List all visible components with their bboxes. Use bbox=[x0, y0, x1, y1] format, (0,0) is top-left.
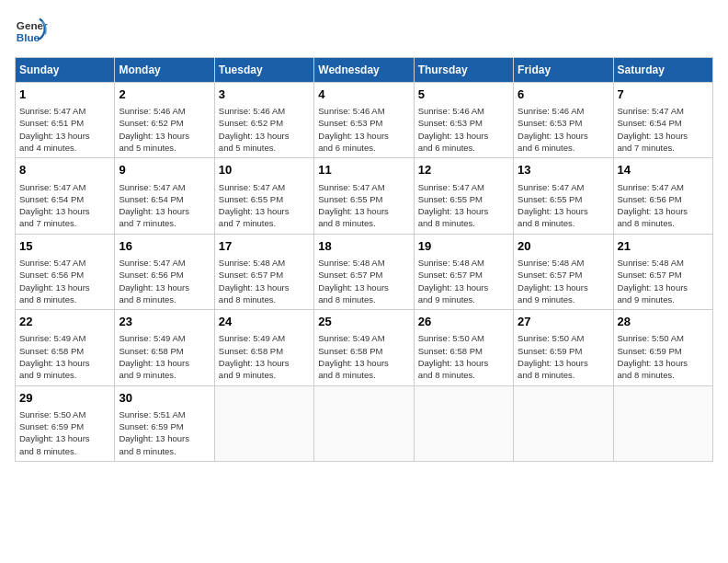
day-cell: 28Sunrise: 5:50 AM Sunset: 6:59 PM Dayli… bbox=[613, 310, 712, 385]
day-info: Sunrise: 5:47 AM Sunset: 6:56 PM Dayligh… bbox=[618, 181, 709, 230]
day-cell: 6Sunrise: 5:46 AM Sunset: 6:53 PM Daylig… bbox=[514, 83, 613, 158]
day-info: Sunrise: 5:46 AM Sunset: 6:52 PM Dayligh… bbox=[219, 105, 310, 154]
day-info: Sunrise: 5:50 AM Sunset: 6:58 PM Dayligh… bbox=[418, 332, 509, 381]
day-number: 9 bbox=[119, 162, 210, 178]
day-number: 15 bbox=[19, 238, 110, 255]
day-cell: 4Sunrise: 5:46 AM Sunset: 6:53 PM Daylig… bbox=[314, 83, 414, 158]
day-number: 5 bbox=[418, 86, 509, 103]
day-number: 24 bbox=[219, 314, 310, 330]
weekday-thursday: Thursday bbox=[414, 58, 513, 83]
day-number: 29 bbox=[19, 390, 110, 407]
day-cell: 30Sunrise: 5:51 AM Sunset: 6:59 PM Dayli… bbox=[115, 385, 214, 461]
day-cell: 16Sunrise: 5:47 AM Sunset: 6:56 PM Dayli… bbox=[115, 234, 214, 309]
day-number: 25 bbox=[318, 314, 409, 330]
day-info: Sunrise: 5:47 AM Sunset: 6:55 PM Dayligh… bbox=[418, 181, 509, 230]
day-number: 20 bbox=[518, 238, 609, 255]
day-cell: 11Sunrise: 5:47 AM Sunset: 6:55 PM Dayli… bbox=[314, 158, 414, 234]
day-cell: 29Sunrise: 5:50 AM Sunset: 6:59 PM Dayli… bbox=[16, 385, 115, 461]
day-cell: 23Sunrise: 5:49 AM Sunset: 6:58 PM Dayli… bbox=[115, 310, 214, 385]
logo: General Blue bbox=[15, 15, 51, 48]
day-info: Sunrise: 5:49 AM Sunset: 6:58 PM Dayligh… bbox=[19, 332, 110, 381]
day-number: 13 bbox=[518, 162, 609, 178]
day-info: Sunrise: 5:48 AM Sunset: 6:57 PM Dayligh… bbox=[219, 257, 310, 305]
day-number: 22 bbox=[19, 314, 110, 330]
day-info: Sunrise: 5:49 AM Sunset: 6:58 PM Dayligh… bbox=[219, 332, 310, 381]
day-number: 12 bbox=[418, 162, 509, 178]
weekday-wednesday: Wednesday bbox=[314, 58, 414, 83]
day-info: Sunrise: 5:48 AM Sunset: 6:57 PM Dayligh… bbox=[618, 257, 709, 305]
day-cell bbox=[414, 385, 513, 461]
day-number: 28 bbox=[618, 314, 709, 330]
weekday-saturday: Saturday bbox=[613, 58, 712, 83]
day-info: Sunrise: 5:48 AM Sunset: 6:57 PM Dayligh… bbox=[418, 257, 509, 305]
day-number: 17 bbox=[219, 238, 310, 255]
day-cell: 7Sunrise: 5:47 AM Sunset: 6:54 PM Daylig… bbox=[613, 83, 712, 158]
day-cell: 10Sunrise: 5:47 AM Sunset: 6:55 PM Dayli… bbox=[214, 158, 313, 234]
day-info: Sunrise: 5:49 AM Sunset: 6:58 PM Dayligh… bbox=[318, 332, 409, 381]
day-info: Sunrise: 5:47 AM Sunset: 6:56 PM Dayligh… bbox=[119, 257, 210, 305]
day-number: 14 bbox=[618, 162, 709, 178]
day-info: Sunrise: 5:47 AM Sunset: 6:55 PM Dayligh… bbox=[318, 181, 409, 230]
day-info: Sunrise: 5:50 AM Sunset: 6:59 PM Dayligh… bbox=[618, 332, 709, 381]
week-row-3: 15Sunrise: 5:47 AM Sunset: 6:56 PM Dayli… bbox=[16, 234, 713, 309]
day-number: 2 bbox=[119, 86, 210, 103]
day-cell: 3Sunrise: 5:46 AM Sunset: 6:52 PM Daylig… bbox=[214, 83, 313, 158]
day-info: Sunrise: 5:47 AM Sunset: 6:54 PM Dayligh… bbox=[19, 181, 110, 230]
day-info: Sunrise: 5:48 AM Sunset: 6:57 PM Dayligh… bbox=[518, 257, 609, 305]
day-info: Sunrise: 5:49 AM Sunset: 6:58 PM Dayligh… bbox=[119, 332, 210, 381]
weekday-header-row: SundayMondayTuesdayWednesdayThursdayFrid… bbox=[16, 58, 713, 83]
day-number: 10 bbox=[219, 162, 310, 178]
day-cell: 17Sunrise: 5:48 AM Sunset: 6:57 PM Dayli… bbox=[214, 234, 313, 309]
weekday-monday: Monday bbox=[115, 58, 214, 83]
day-number: 21 bbox=[618, 238, 709, 255]
calendar-body: 1Sunrise: 5:47 AM Sunset: 6:51 PM Daylig… bbox=[16, 83, 713, 462]
day-cell: 2Sunrise: 5:46 AM Sunset: 6:52 PM Daylig… bbox=[115, 83, 214, 158]
day-cell: 25Sunrise: 5:49 AM Sunset: 6:58 PM Dayli… bbox=[314, 310, 414, 385]
week-row-4: 22Sunrise: 5:49 AM Sunset: 6:58 PM Dayli… bbox=[16, 310, 713, 385]
day-info: Sunrise: 5:47 AM Sunset: 6:55 PM Dayligh… bbox=[219, 181, 310, 230]
day-cell: 20Sunrise: 5:48 AM Sunset: 6:57 PM Dayli… bbox=[514, 234, 613, 309]
day-cell: 22Sunrise: 5:49 AM Sunset: 6:58 PM Dayli… bbox=[16, 310, 115, 385]
day-info: Sunrise: 5:47 AM Sunset: 6:54 PM Dayligh… bbox=[119, 181, 210, 230]
day-cell: 18Sunrise: 5:48 AM Sunset: 6:57 PM Dayli… bbox=[314, 234, 414, 309]
day-number: 18 bbox=[318, 238, 409, 255]
day-number: 19 bbox=[418, 238, 509, 255]
day-info: Sunrise: 5:51 AM Sunset: 6:59 PM Dayligh… bbox=[119, 408, 210, 457]
day-number: 4 bbox=[318, 86, 409, 103]
day-cell: 9Sunrise: 5:47 AM Sunset: 6:54 PM Daylig… bbox=[115, 158, 214, 234]
day-cell bbox=[314, 385, 414, 461]
day-cell: 21Sunrise: 5:48 AM Sunset: 6:57 PM Dayli… bbox=[613, 234, 712, 309]
day-info: Sunrise: 5:47 AM Sunset: 6:54 PM Dayligh… bbox=[618, 105, 709, 154]
day-number: 27 bbox=[518, 314, 609, 330]
day-cell bbox=[514, 385, 613, 461]
weekday-friday: Friday bbox=[514, 58, 613, 83]
day-number: 3 bbox=[219, 86, 310, 103]
day-info: Sunrise: 5:47 AM Sunset: 6:51 PM Dayligh… bbox=[19, 105, 110, 154]
calendar-table: SundayMondayTuesdayWednesdayThursdayFrid… bbox=[15, 57, 713, 462]
day-info: Sunrise: 5:47 AM Sunset: 6:56 PM Dayligh… bbox=[19, 257, 110, 305]
day-info: Sunrise: 5:46 AM Sunset: 6:52 PM Dayligh… bbox=[119, 105, 210, 154]
week-row-1: 1Sunrise: 5:47 AM Sunset: 6:51 PM Daylig… bbox=[16, 83, 713, 158]
day-cell bbox=[613, 385, 712, 461]
day-info: Sunrise: 5:46 AM Sunset: 6:53 PM Dayligh… bbox=[518, 105, 609, 154]
logo-icon: General Blue bbox=[15, 15, 48, 48]
day-cell: 12Sunrise: 5:47 AM Sunset: 6:55 PM Dayli… bbox=[414, 158, 513, 234]
day-number: 1 bbox=[19, 86, 110, 103]
svg-text:Blue: Blue bbox=[17, 31, 40, 43]
day-number: 11 bbox=[318, 162, 409, 178]
day-number: 30 bbox=[119, 390, 210, 407]
day-cell: 26Sunrise: 5:50 AM Sunset: 6:58 PM Dayli… bbox=[414, 310, 513, 385]
header: General Blue bbox=[15, 15, 713, 48]
week-row-5: 29Sunrise: 5:50 AM Sunset: 6:59 PM Dayli… bbox=[16, 385, 713, 461]
day-cell: 13Sunrise: 5:47 AM Sunset: 6:55 PM Dayli… bbox=[514, 158, 613, 234]
day-info: Sunrise: 5:50 AM Sunset: 6:59 PM Dayligh… bbox=[19, 408, 110, 457]
day-number: 6 bbox=[518, 86, 609, 103]
day-cell bbox=[214, 385, 313, 461]
day-number: 26 bbox=[418, 314, 509, 330]
day-number: 7 bbox=[618, 86, 709, 103]
day-info: Sunrise: 5:50 AM Sunset: 6:59 PM Dayligh… bbox=[518, 332, 609, 381]
day-cell: 15Sunrise: 5:47 AM Sunset: 6:56 PM Dayli… bbox=[16, 234, 115, 309]
day-number: 8 bbox=[19, 162, 110, 178]
day-info: Sunrise: 5:46 AM Sunset: 6:53 PM Dayligh… bbox=[318, 105, 409, 154]
day-cell: 8Sunrise: 5:47 AM Sunset: 6:54 PM Daylig… bbox=[16, 158, 115, 234]
